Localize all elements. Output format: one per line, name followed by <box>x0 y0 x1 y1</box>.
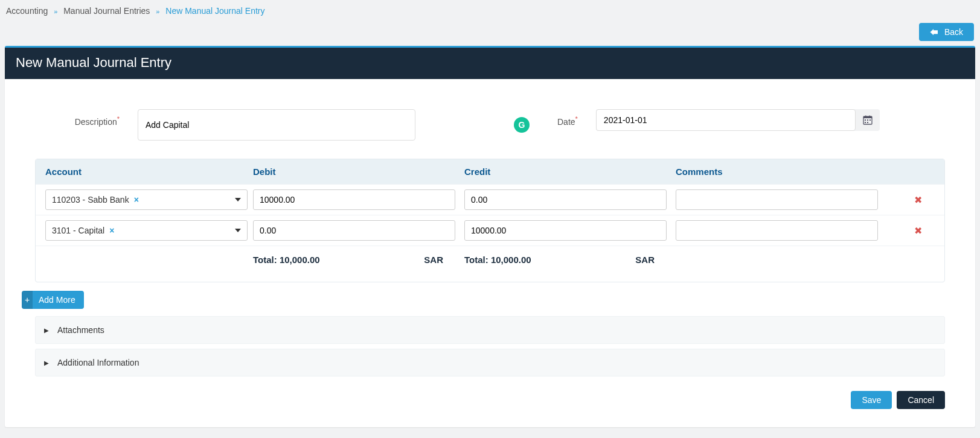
svg-rect-4 <box>865 119 866 121</box>
total-credit: 10,000.00 <box>491 255 531 265</box>
close-icon: ✖ <box>914 195 922 205</box>
delete-row-button[interactable]: ✖ <box>914 195 922 205</box>
panel: New Manual Journal Entry Description* G … <box>5 46 975 427</box>
chevron-down-icon <box>235 198 241 202</box>
breadcrumb-item-current: New Manual Journal Entry <box>165 6 264 16</box>
date-label: Date* <box>536 109 596 127</box>
breadcrumb-sep-icon: » <box>54 8 57 15</box>
breadcrumb: Accounting » Manual Journal Entries » Ne… <box>0 0 980 19</box>
plus-icon: + <box>22 291 33 309</box>
col-header-credit: Credit <box>464 167 676 177</box>
close-icon: ✖ <box>914 226 922 236</box>
account-selected-label: 3101 - Capital <box>52 226 104 235</box>
col-header-comments: Comments <box>676 167 914 177</box>
add-more-label: Add More <box>39 295 75 305</box>
breadcrumb-item-accounting[interactable]: Accounting <box>6 6 48 16</box>
breadcrumb-sep-icon: » <box>156 8 159 15</box>
svg-rect-6 <box>870 119 871 121</box>
calendar-icon[interactable] <box>856 109 880 131</box>
back-button-label: Back <box>944 27 963 37</box>
account-selected-label: 110203 - Sabb Bank <box>52 195 129 205</box>
clear-selection-icon[interactable]: × <box>134 195 139 205</box>
total-label: Total: <box>253 255 277 265</box>
additional-info-label: Additional Information <box>57 358 139 367</box>
comments-input[interactable] <box>676 220 878 241</box>
delete-row-button[interactable]: ✖ <box>914 226 922 236</box>
cancel-button[interactable]: Cancel <box>897 391 945 409</box>
debit-input[interactable] <box>253 220 455 241</box>
svg-rect-7 <box>865 122 866 123</box>
grammarly-icon[interactable]: G <box>514 117 530 133</box>
svg-rect-8 <box>867 122 868 123</box>
chevron-down-icon <box>235 229 241 232</box>
svg-rect-5 <box>867 119 868 121</box>
chevron-right-icon: ▶ <box>44 327 49 334</box>
add-more-button[interactable]: + Add More <box>22 291 84 309</box>
table-row: 110203 - Sabb Bank × ✖ <box>36 184 944 215</box>
attachments-label: Attachments <box>57 325 104 335</box>
svg-rect-2 <box>865 116 866 118</box>
account-select[interactable]: 3101 - Capital × <box>45 220 248 241</box>
account-select[interactable]: 110203 - Sabb Bank × <box>45 189 248 210</box>
credit-input[interactable] <box>464 220 667 241</box>
additional-info-collapse[interactable]: ▶ Additional Information <box>35 349 945 376</box>
date-input[interactable] <box>596 109 856 131</box>
entries-grid: Account Debit Credit Comments 110203 - S… <box>35 159 945 282</box>
clear-selection-icon[interactable]: × <box>109 226 114 235</box>
comments-input[interactable] <box>676 189 878 210</box>
currency-label: SAR <box>635 255 655 265</box>
page-title: New Manual Journal Entry <box>5 48 975 79</box>
chevron-right-icon: ▶ <box>44 360 49 366</box>
credit-input[interactable] <box>464 189 667 210</box>
svg-rect-3 <box>869 116 870 118</box>
description-input[interactable] <box>138 109 415 141</box>
debit-input[interactable] <box>253 189 455 210</box>
col-header-account: Account <box>42 167 253 177</box>
breadcrumb-item-journal-entries[interactable]: Manual Journal Entries <box>63 6 150 16</box>
save-button[interactable]: Save <box>851 391 892 409</box>
attachments-collapse[interactable]: ▶ Attachments <box>35 316 945 344</box>
total-debit: 10,000.00 <box>280 255 320 265</box>
svg-rect-1 <box>863 116 872 118</box>
total-label: Total: <box>464 255 488 265</box>
description-label: Description* <box>35 109 138 127</box>
col-header-debit: Debit <box>253 167 464 177</box>
arrow-left-icon: 🡄 <box>930 27 938 37</box>
currency-label: SAR <box>424 255 443 265</box>
back-button[interactable]: 🡄 Back <box>919 23 974 41</box>
table-row: 3101 - Capital × ✖ <box>36 215 944 246</box>
